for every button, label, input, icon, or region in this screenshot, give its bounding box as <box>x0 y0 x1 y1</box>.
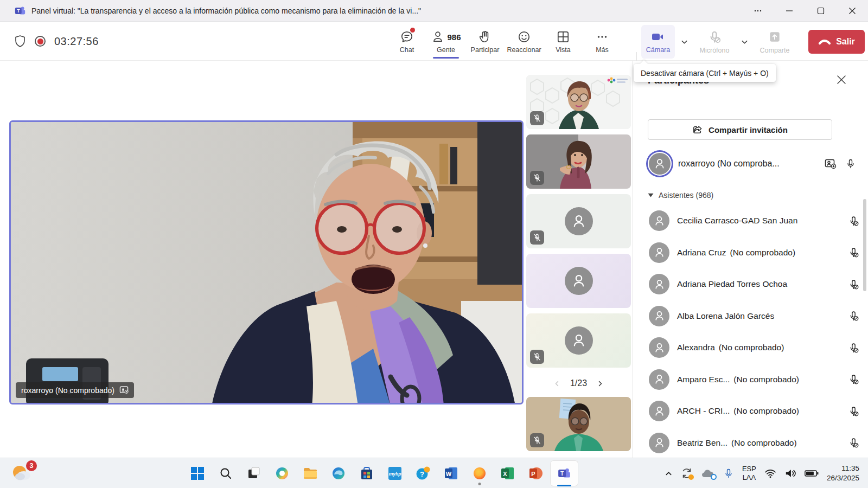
participants-scrollbar[interactable] <box>863 199 866 291</box>
windows-taskbar: 3 my <box>0 458 868 488</box>
window-close-button[interactable] <box>837 0 868 22</box>
svg-text:?: ? <box>420 470 424 478</box>
main-speaker-video[interactable]: roxarroyo (No comprobado) <box>9 120 524 404</box>
spotlight-camera-icon[interactable] <box>825 158 837 169</box>
window-title: Panel virtual: "La transparencia y el ac… <box>31 7 421 15</box>
speaker-name: roxarroyo (No comprobado) <box>21 386 114 395</box>
wifi-icon[interactable] <box>764 468 776 478</box>
self-name: roxarroyo (No comproba... <box>678 159 825 169</box>
react-button[interactable]: Reaccionar <box>505 25 544 59</box>
tray-time: 11:35 <box>827 464 859 473</box>
share-invitation-icon <box>692 125 703 134</box>
attendee-row[interactable]: Alexandra (No comprobado) <box>644 332 861 364</box>
attendee-avatar <box>649 433 669 453</box>
powerpoint-button[interactable]: P <box>522 460 550 486</box>
myhp-button[interactable]: myhp <box>381 460 409 486</box>
start-button[interactable] <box>183 460 212 486</box>
people-active-indicator <box>433 57 459 59</box>
attendee-row[interactable]: Amparo Esc... (No comprobado) <box>644 364 861 396</box>
search-button[interactable] <box>212 460 240 486</box>
attendee-row[interactable]: Beatriz Ben... (No comprobado) <box>644 427 861 458</box>
people-icon <box>431 30 445 44</box>
mic-muted-badge-icon <box>530 433 544 447</box>
people-button[interactable]: 986 Gente <box>426 25 465 59</box>
copilot-button[interactable] <box>268 460 296 486</box>
attendee-row[interactable]: ARCH - CRI... (No comprobado) <box>644 395 861 427</box>
spotlight-icon <box>119 386 129 394</box>
weather-widget[interactable]: 3 <box>11 463 36 484</box>
mic-chevron-icon[interactable] <box>741 38 749 46</box>
word-button[interactable]: W <box>437 460 465 486</box>
camera-tooltip: Desactivar cámara (Ctrl + Mayús + O) <box>634 64 776 82</box>
share-button[interactable]: Comparte <box>754 25 795 59</box>
participants-close-icon[interactable] <box>837 75 846 85</box>
page-prev-icon[interactable] <box>553 380 560 387</box>
chat-button[interactable]: Chat <box>387 25 426 59</box>
tray-date: 26/3/2025 <box>827 473 859 483</box>
attendee-mic-muted-icon <box>848 215 859 227</box>
clock[interactable]: 11:35 26/3/2025 <box>827 464 859 483</box>
battery-icon[interactable] <box>805 470 819 477</box>
self-participant-row[interactable]: roxarroyo (No comproba... <box>644 150 857 178</box>
mic-button[interactable]: Micrófono <box>694 25 735 59</box>
attendee-mic-muted-icon <box>848 279 859 290</box>
collapse-triangle-icon <box>648 193 654 197</box>
raise-hand-button[interactable]: Participar <box>465 25 505 59</box>
file-explorer-button[interactable] <box>296 460 324 486</box>
leave-button[interactable]: Salir <box>808 30 865 54</box>
attendee-avatar <box>649 210 669 231</box>
hp-support-button[interactable]: ? <box>409 460 437 486</box>
svg-text:W: W <box>446 471 452 477</box>
mic-muted-icon <box>707 30 722 44</box>
tray-mic-icon[interactable] <box>723 468 734 479</box>
firefox-button[interactable] <box>465 460 494 486</box>
task-view-button[interactable] <box>240 460 268 486</box>
teams-taskbar-button[interactable]: T <box>550 460 578 486</box>
window-minimize-button[interactable] <box>774 0 805 22</box>
attendees-section-header[interactable]: Asistentes (968) <box>648 191 713 200</box>
participant-video-3[interactable] <box>526 194 631 248</box>
attendee-mic-muted-icon <box>848 437 859 448</box>
speaker-name-tag: roxarroyo (No comprobado) <box>16 382 134 398</box>
camera-chevron-icon[interactable] <box>680 38 688 46</box>
more-button[interactable]: Más <box>583 25 622 59</box>
onedrive-icon[interactable] <box>701 468 715 478</box>
attendee-row[interactable]: Cecilia Carrasco-GAD San Juan <box>644 205 861 237</box>
raise-hand-icon <box>478 30 492 44</box>
camera-icon <box>650 30 666 43</box>
tray-chevron-icon[interactable] <box>665 470 673 478</box>
excel-button[interactable]: X <box>494 460 522 486</box>
view-button[interactable]: Vista <box>544 25 583 59</box>
participant-video-5[interactable] <box>526 313 631 368</box>
participant-video-1[interactable] <box>526 75 631 129</box>
attendee-avatar <box>649 306 669 326</box>
participant-video-4[interactable] <box>526 254 631 308</box>
share-invitation-button[interactable]: Compartir invitación <box>648 119 832 140</box>
meeting-timer: 03:27:56 <box>54 35 99 48</box>
attendee-mic-muted-icon <box>848 247 859 258</box>
window-more-button[interactable] <box>742 0 774 22</box>
attendee-avatar <box>649 274 669 294</box>
sync-update-icon[interactable] <box>681 467 693 479</box>
avatar-placeholder-icon <box>565 326 593 355</box>
participant-video-2[interactable] <box>526 134 631 189</box>
attendee-row[interactable]: Adriana Cruz (No comprobado) <box>644 237 861 269</box>
volume-icon[interactable] <box>784 468 796 479</box>
meeting-toolbar: 03:27:56 Chat 986 Gente Participar <box>0 22 868 61</box>
attendee-row[interactable]: Adriana Piedad Torres Ochoa <box>644 268 861 300</box>
grid-view-icon <box>556 30 570 44</box>
attendees-list: Cecilia Carrasco-GAD San Juan Adriana Cr… <box>644 205 861 458</box>
hang-up-icon <box>818 38 831 46</box>
edge-button[interactable] <box>324 460 353 486</box>
participant-video-6[interactable] <box>526 397 631 451</box>
language-indicator[interactable]: ESP LAA <box>742 465 756 483</box>
window-maximize-button[interactable] <box>805 0 837 22</box>
self-mic-icon[interactable] <box>845 158 856 169</box>
attendee-avatar <box>649 242 669 263</box>
window-titlebar: T Panel virtual: "La transparencia y el … <box>0 0 868 22</box>
attendee-row[interactable]: Alba Lorena Jalón Garcés <box>644 300 861 332</box>
camera-button[interactable]: Cámara <box>641 25 675 59</box>
mic-muted-badge-icon <box>530 230 544 245</box>
microsoft-store-button[interactable] <box>353 460 381 486</box>
page-next-icon[interactable] <box>597 380 604 387</box>
